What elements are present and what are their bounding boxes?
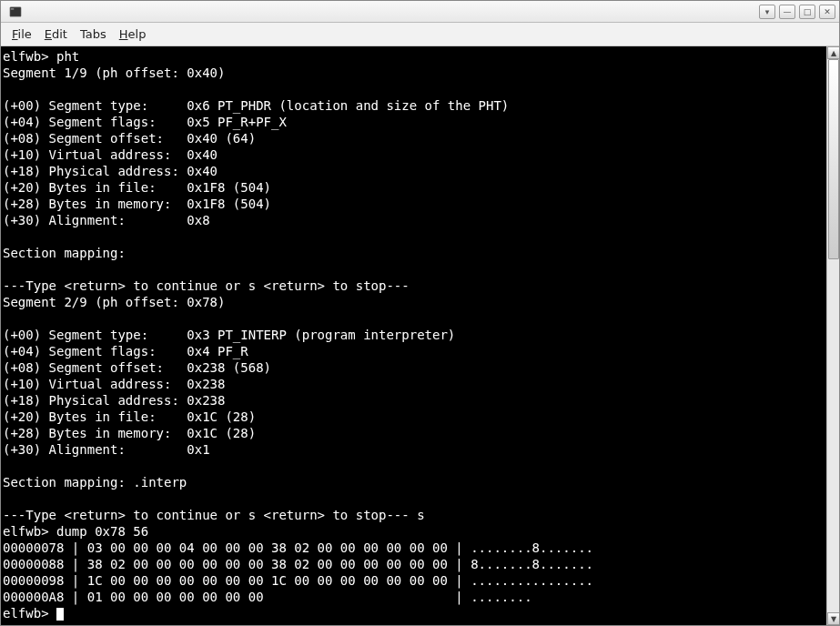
menu-help[interactable]: Help xyxy=(114,25,152,43)
menu-edit-rest: dit xyxy=(52,27,67,41)
maximize-button[interactable]: □ xyxy=(799,5,815,19)
app-icon xyxy=(8,5,23,19)
menu-edit[interactable]: Edit xyxy=(39,25,73,43)
terminal-prompt: elfwb> xyxy=(3,606,56,621)
svg-rect-1 xyxy=(11,8,15,9)
scroll-thumb[interactable] xyxy=(828,59,839,259)
menu-file-rest: ile xyxy=(18,27,32,41)
minimize-button[interactable]: — xyxy=(779,5,795,19)
close-button[interactable]: ✕ xyxy=(819,5,835,19)
window-controls: ▾ — □ ✕ xyxy=(759,5,835,19)
menu-tabs-label: Tabs xyxy=(80,27,106,41)
scroll-down-button[interactable]: ▼ xyxy=(827,612,839,625)
terminal-cursor xyxy=(56,608,64,621)
scroll-up-button[interactable]: ▲ xyxy=(827,46,839,59)
titlebar: ▾ — □ ✕ xyxy=(1,1,839,23)
terminal-window: ▾ — □ ✕ File Edit Tabs Help elfwb> pht S… xyxy=(0,0,840,626)
terminal-output[interactable]: elfwb> pht Segment 1/9 (ph offset: 0x40)… xyxy=(1,46,839,625)
menubar: File Edit Tabs Help xyxy=(1,23,839,46)
terminal-area: elfwb> pht Segment 1/9 (ph offset: 0x40)… xyxy=(1,46,839,625)
window-extra-button[interactable]: ▾ xyxy=(759,5,775,19)
svg-rect-0 xyxy=(10,6,21,16)
menu-help-rest: elp xyxy=(128,27,147,41)
scrollbar: ▲ ▼ xyxy=(826,46,839,625)
menu-tabs[interactable]: Tabs xyxy=(75,25,112,43)
menu-file[interactable]: File xyxy=(6,25,37,43)
